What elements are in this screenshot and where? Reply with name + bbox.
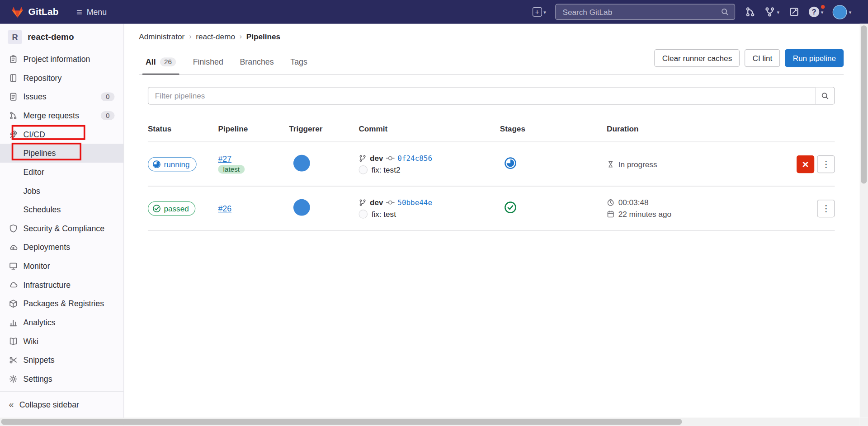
stage-running-icon[interactable] — [505, 157, 517, 169]
sidebar-item-wiki[interactable]: Wiki — [0, 332, 123, 351]
latest-badge: latest — [218, 165, 245, 174]
pipeline-id-link[interactable]: #27 — [218, 154, 231, 164]
triggerer-avatar[interactable] — [293, 155, 310, 172]
status-label: passed — [164, 204, 189, 213]
sidebar-item-label: Deployments — [23, 243, 70, 252]
pipeline-row: passed #26 — [148, 187, 835, 231]
sidebar-item-label: Schedules — [23, 205, 61, 214]
pipeline-options-kebab-button[interactable]: ⋮ — [817, 199, 835, 217]
sidebar-item-merge-requests[interactable]: Merge requests 0 — [0, 106, 123, 125]
run-pipeline-button[interactable]: Run pipeline — [785, 49, 844, 67]
deployments-icon — [9, 243, 18, 252]
horizontal-scrollbar-thumb[interactable] — [1, 419, 682, 425]
pipeline-options-kebab-button[interactable]: ⋮ — [817, 155, 835, 173]
vertical-scrollbar-track[interactable] — [860, 24, 868, 418]
collapse-sidebar-button[interactable]: « Collapse sidebar — [0, 391, 123, 418]
navbar-search[interactable] — [556, 4, 736, 20]
breadcrumb-root-link[interactable]: Administrator — [139, 31, 184, 42]
branch-icon — [359, 154, 367, 162]
wiki-book-icon — [9, 337, 18, 346]
commit-sha-link[interactable]: 0f24c856 — [397, 154, 432, 162]
commit-icon — [386, 154, 395, 163]
sidebar-item-pipelines[interactable]: Pipelines — [0, 144, 123, 163]
tab-label: Tags — [290, 57, 307, 66]
sidebar-item-infrastructure[interactable]: Infrastructure — [0, 276, 123, 295]
tab-label: All — [146, 57, 156, 66]
merge-requests-count-badge: 0 — [101, 111, 115, 120]
new-item-dropdown-button[interactable]: + ▾ — [533, 7, 546, 17]
sidebar-nav: Project information Repository Issues 0 … — [0, 50, 123, 388]
gear-icon — [9, 375, 18, 384]
stage-passed-icon[interactable] — [505, 201, 517, 214]
project-avatar: R — [8, 30, 22, 44]
status-passed-icon — [152, 204, 161, 213]
commit-sha-link[interactable]: 50bbe44e — [397, 198, 432, 206]
tab-all-count-badge: 26 — [160, 57, 176, 66]
sidebar-item-settings[interactable]: Settings — [0, 370, 123, 389]
sidebar-item-monitor[interactable]: Monitor — [0, 257, 123, 276]
menu-button[interactable]: ≡ Menu — [73, 6, 110, 17]
commit-message-link[interactable]: fix: test — [372, 210, 396, 219]
duration-text: 00:03:48 — [618, 198, 649, 207]
pipeline-id-link[interactable]: #26 — [218, 204, 231, 213]
sidebar-item-snippets[interactable]: Snippets — [0, 351, 123, 370]
column-header-triggerer: Triggerer — [289, 124, 359, 133]
tab-tags[interactable]: Tags — [284, 57, 314, 74]
clear-runner-caches-button[interactable]: Clear runner caches — [655, 49, 740, 67]
status-badge-running[interactable]: running — [148, 157, 196, 171]
triggerer-avatar[interactable] — [293, 199, 310, 216]
sidebar-item-schedules[interactable]: Schedules — [0, 200, 123, 219]
help-dropdown-button[interactable]: ? ▾ — [809, 7, 823, 17]
sidebar-item-jobs[interactable]: Jobs — [0, 182, 123, 201]
tab-finished[interactable]: Finished — [186, 57, 230, 74]
sidebar-item-label: Repository — [23, 74, 61, 83]
sidebar-item-label: Project information — [23, 55, 90, 64]
table-header-row: Status Pipeline Triggerer Commit Stages … — [148, 116, 835, 142]
tab-branches[interactable]: Branches — [233, 57, 280, 74]
chevron-down-icon: ▾ — [777, 9, 779, 14]
project-header[interactable]: R react-demo — [0, 24, 123, 50]
filter-search-button[interactable] — [816, 87, 835, 104]
filter-pipelines-bar — [148, 87, 835, 104]
hourglass-icon — [607, 160, 614, 168]
breadcrumb-current: Pipelines — [246, 31, 280, 42]
sidebar-item-ci-cd[interactable]: CI/CD — [0, 125, 123, 144]
status-badge-passed[interactable]: passed — [148, 201, 195, 215]
sidebar-item-label: Pipelines — [23, 149, 56, 158]
user-menu-button[interactable]: ▾ — [833, 5, 851, 19]
navbar-search-input[interactable] — [561, 7, 721, 17]
breadcrumb-separator-icon: › — [240, 31, 242, 42]
calendar-icon — [607, 210, 614, 218]
sidebar-item-label: CI/CD — [23, 130, 45, 139]
sidebar-item-issues[interactable]: Issues 0 — [0, 87, 123, 106]
forks-dropdown-button[interactable]: ▾ — [765, 7, 779, 17]
branch-link[interactable]: dev — [370, 198, 383, 207]
horizontal-scrollbar-track[interactable] — [0, 417, 860, 426]
project-name: react-demo — [28, 32, 74, 42]
filter-pipelines-input[interactable] — [148, 87, 816, 104]
tab-all[interactable]: All 26 — [139, 57, 183, 74]
vertical-scrollbar-thumb[interactable] — [861, 25, 867, 183]
snippets-scissors-icon — [9, 356, 18, 365]
sidebar-item-editor[interactable]: Editor — [0, 163, 123, 182]
sidebar-item-project-information[interactable]: Project information — [0, 50, 123, 69]
breadcrumb-project-link[interactable]: react-demo — [196, 31, 235, 42]
ci-lint-button[interactable]: CI lint — [745, 49, 780, 67]
collapse-sidebar-label: Collapse sidebar — [19, 400, 79, 409]
sidebar-item-repository[interactable]: Repository — [0, 69, 123, 88]
cancel-pipeline-button[interactable]: × — [797, 155, 814, 173]
sidebar-item-packages-registries[interactable]: Packages & Registries — [0, 294, 123, 313]
sidebar-item-analytics[interactable]: Analytics — [0, 313, 123, 332]
gitlab-home-link[interactable]: GitLab — [11, 6, 58, 18]
tab-label: Finished — [193, 57, 223, 66]
commit-message-link[interactable]: fix: test2 — [372, 165, 401, 174]
commit-author-avatar — [359, 210, 368, 219]
bar-chart-icon — [9, 318, 18, 327]
branch-link[interactable]: dev — [370, 154, 383, 163]
sidebar-item-label: Merge requests — [23, 111, 79, 120]
sidebar-item-deployments[interactable]: Deployments — [0, 238, 123, 257]
sidebar-item-security-compliance[interactable]: Security & Compliance — [0, 219, 123, 238]
todos-button[interactable] — [789, 7, 799, 17]
merge-requests-button[interactable] — [745, 7, 755, 17]
issues-icon — [9, 92, 18, 101]
